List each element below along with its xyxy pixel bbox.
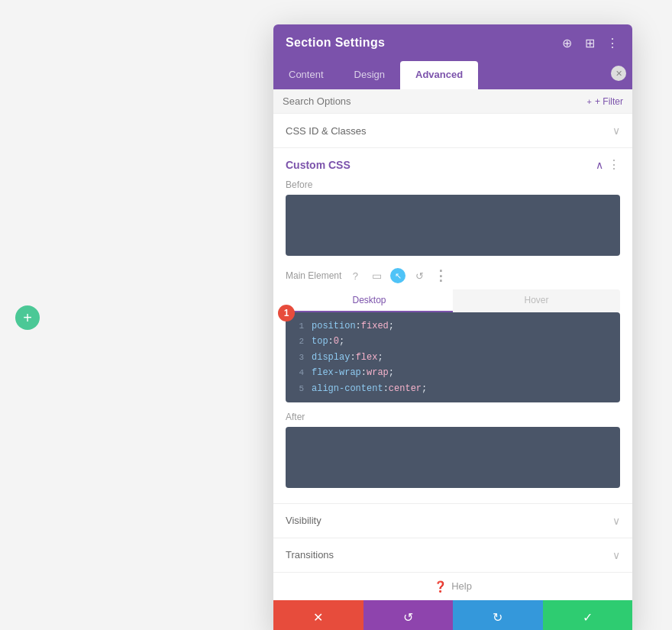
close-button[interactable]: ✕ [611,66,626,81]
cancel-button[interactable]: ✕ [273,600,363,630]
search-row: + + Filter [273,89,632,114]
plus-icon: + [23,310,32,325]
code-line-5: 5 align-content: center; [290,381,615,396]
before-label: Before [286,179,620,190]
tab-advanced[interactable]: Advanced [400,61,478,89]
cancel-icon: ✕ [313,610,323,625]
filter-button[interactable]: + + Filter [587,96,623,107]
visibility-accordion[interactable]: Visibility ∨ [273,504,632,538]
panel-header: Section Settings ⊕ ⊞ ⋮ [273,24,632,61]
desktop-icon[interactable]: ▭ [369,268,384,283]
main-element-label: Main Element [286,270,341,281]
target-icon[interactable]: ⊕ [559,35,574,50]
tab-design[interactable]: Design [339,61,400,89]
css-id-classes-accordion[interactable]: CSS ID & Classes ∨ [273,114,632,148]
custom-css-header-right: ∧ ⋮ [596,157,620,172]
transitions-chevron: ∨ [612,549,620,561]
css-id-classes-title: CSS ID & Classes [286,125,366,137]
main-element-row: Main Element ? ▭ ↖ ↺ ⋮ [286,268,620,283]
panel-content: CSS ID & Classes ∨ Custom CSS ∧ ⋮ Before… [273,114,632,600]
bottom-toolbar: ✕ ↺ ↻ ✓ [273,600,632,630]
line-badge: 1 [278,305,295,321]
custom-css-more-icon[interactable]: ⋮ [608,157,620,172]
visibility-chevron: ∨ [612,515,620,527]
panel-header-icons: ⊕ ⊞ ⋮ [559,35,620,50]
code-line-2: 2 top: 0; [290,334,615,349]
help-text[interactable]: Help [451,580,472,592]
redo-icon: ↻ [493,610,502,625]
desktop-tab[interactable]: Desktop [286,289,453,312]
columns-icon[interactable]: ⊞ [582,35,597,50]
redo-button[interactable]: ↻ [453,600,543,630]
cursor-icon[interactable]: ↖ [390,268,405,283]
panel-title: Section Settings [286,36,385,50]
reset-button[interactable]: ↺ [363,600,454,630]
transitions-title: Transitions [286,549,334,561]
custom-css-header: Custom CSS ∧ ⋮ [286,148,620,179]
custom-css-chevron-up[interactable]: ∧ [596,159,603,171]
reset-field-icon[interactable]: ↺ [412,268,427,283]
visibility-title: Visibility [286,515,321,526]
tab-content[interactable]: Content [273,61,339,89]
tabs-row: Content Design Advanced [273,61,632,89]
css-id-classes-chevron: ∨ [612,124,620,137]
add-section-button[interactable]: + [15,305,40,330]
filter-icon: + [587,97,592,106]
custom-css-title: Custom CSS [286,159,351,171]
before-input[interactable] [286,195,620,256]
code-line-1: 1 position: fixed; [290,318,615,334]
view-tabs: Desktop Hover [286,289,620,312]
section-settings-panel: Section Settings ⊕ ⊞ ⋮ Content Design Ad… [273,24,632,630]
code-line-3: 3 display: flex; [290,350,615,365]
filter-label: + Filter [595,96,623,107]
help-row: ❓ Help [273,573,632,600]
save-button[interactable]: ✓ [543,600,633,630]
save-icon: ✓ [583,610,593,625]
custom-css-section: Custom CSS ∧ ⋮ Before Main Element ? ▭ ↖… [273,148,632,504]
more-field-icon[interactable]: ⋮ [433,268,448,283]
after-input[interactable] [286,427,620,488]
hover-tab[interactable]: Hover [453,289,620,312]
code-line-4: 4 flex-wrap: wrap; [290,365,615,380]
after-label: After [286,412,620,422]
more-options-icon[interactable]: ⋮ [605,35,620,50]
reset-icon: ↺ [403,610,413,625]
code-editor[interactable]: 1 1 position: fixed; 2 top: 0; 3 display… [286,312,620,402]
help-question-icon[interactable]: ? [347,268,363,283]
transitions-accordion[interactable]: Transitions ∨ [273,538,632,573]
search-input[interactable] [283,95,581,107]
help-circle-icon: ❓ [434,580,447,593]
